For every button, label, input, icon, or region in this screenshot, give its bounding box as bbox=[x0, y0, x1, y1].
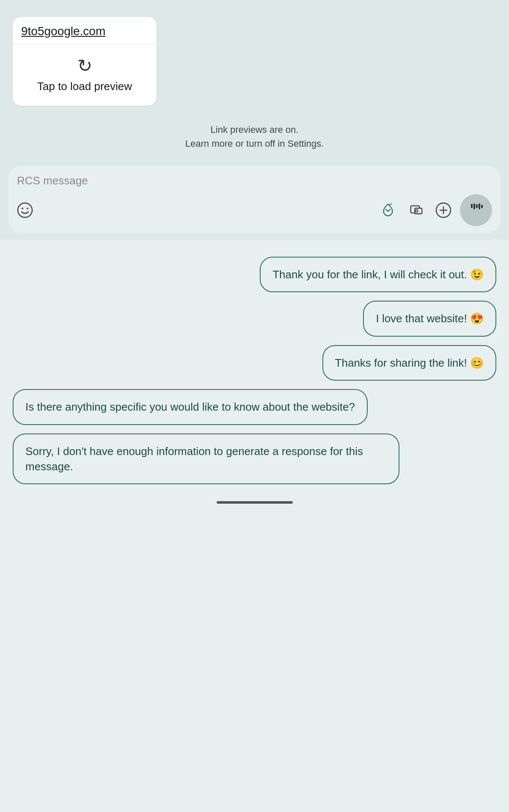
media-button[interactable] bbox=[407, 200, 427, 220]
svg-rect-11 bbox=[476, 204, 478, 208]
chat-section: Thank you for the link, I will check it … bbox=[0, 240, 509, 812]
message-bubble-5: Sorry, I don't have enough information t… bbox=[13, 433, 399, 485]
link-preview-domain: 9to5google.com bbox=[13, 17, 157, 44]
top-section: 9to5google.com ↻ Tap to load preview bbox=[0, 0, 509, 114]
message-text-5: Sorry, I don't have enough information t… bbox=[25, 445, 363, 473]
add-button[interactable] bbox=[435, 202, 451, 218]
message-bubble-1: Thank you for the link, I will check it … bbox=[260, 257, 496, 292]
message-text-1: Thank you for the link, I will check it … bbox=[272, 268, 484, 281]
domain-link[interactable]: 9to5google.com bbox=[21, 25, 105, 38]
svg-point-1 bbox=[22, 208, 23, 209]
tap-to-load-label: Tap to load preview bbox=[37, 80, 132, 93]
reload-icon: ↻ bbox=[77, 57, 92, 75]
suggest-button[interactable] bbox=[378, 200, 398, 220]
svg-rect-9 bbox=[471, 204, 473, 208]
svg-point-0 bbox=[18, 203, 32, 217]
link-preview-card[interactable]: 9to5google.com ↻ Tap to load preview bbox=[13, 17, 157, 106]
svg-rect-12 bbox=[479, 203, 480, 209]
home-bar bbox=[217, 501, 293, 504]
info-line2: Learn more or turn off in Settings. bbox=[185, 138, 324, 149]
message-bubble-2: I love that website! 😍 bbox=[363, 301, 496, 336]
message-input-container: RCS message bbox=[8, 166, 501, 233]
message-text-3: Thanks for sharing the link! 😊 bbox=[335, 357, 484, 369]
message-text-2: I love that website! 😍 bbox=[376, 312, 484, 325]
input-section: RCS message bbox=[0, 159, 509, 240]
emoji-button[interactable] bbox=[17, 202, 33, 218]
info-line1: Link previews are on. bbox=[211, 124, 299, 135]
home-indicator bbox=[13, 493, 496, 516]
message-bubble-4: Is there anything specific you would lik… bbox=[13, 389, 368, 425]
link-preview-body[interactable]: ↻ Tap to load preview bbox=[13, 44, 157, 106]
message-text-4: Is there anything specific you would lik… bbox=[25, 401, 355, 413]
svg-rect-13 bbox=[481, 205, 483, 208]
voice-button[interactable] bbox=[460, 194, 492, 226]
message-input-field[interactable]: RCS message bbox=[17, 173, 492, 189]
svg-point-2 bbox=[27, 208, 28, 209]
svg-rect-10 bbox=[473, 203, 475, 209]
link-info-text: Link previews are on. Learn more or turn… bbox=[0, 114, 509, 159]
input-actions bbox=[17, 194, 492, 226]
message-bubble-3: Thanks for sharing the link! 😊 bbox=[322, 345, 496, 381]
